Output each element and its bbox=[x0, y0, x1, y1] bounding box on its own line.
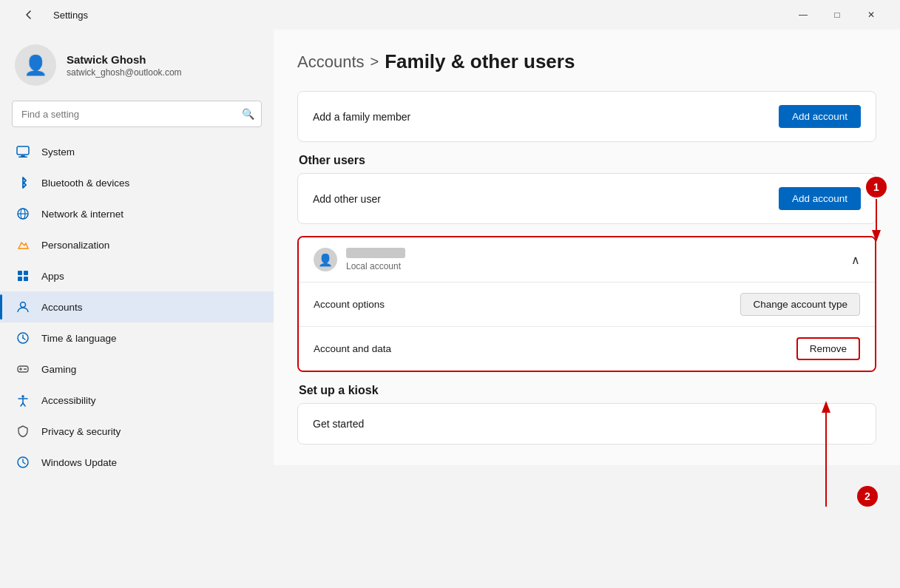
account-options-row: Account options Change account type bbox=[299, 282, 875, 326]
titlebar: Settings — □ ✕ bbox=[0, 0, 900, 30]
windows-update-icon bbox=[15, 454, 31, 470]
window-title: Settings bbox=[53, 10, 88, 21]
svg-line-23 bbox=[23, 403, 25, 406]
sidebar-item-label-system: System bbox=[41, 146, 75, 158]
sidebar-item-personalization[interactable]: Personalization bbox=[0, 229, 274, 260]
local-account-card: 👤 Local account ∧ Account options Change… bbox=[297, 236, 876, 372]
add-other-user-label: Add other user bbox=[313, 193, 381, 205]
sidebar-item-label-accessibility: Accessibility bbox=[41, 395, 96, 406]
sidebar-item-apps[interactable]: Apps bbox=[0, 260, 274, 291]
accessibility-icon bbox=[15, 392, 31, 408]
breadcrumb: Accounts > Family & other users bbox=[297, 50, 876, 73]
search-input[interactable] bbox=[12, 101, 262, 127]
titlebar-left: Settings bbox=[12, 3, 88, 27]
sidebar-item-time[interactable]: Time & language bbox=[0, 322, 274, 354]
privacy-icon bbox=[15, 423, 31, 439]
svg-rect-6 bbox=[18, 271, 22, 275]
app-body: 👤 Satwick Ghosh satwick_ghosh@outlook.co… bbox=[0, 30, 900, 588]
svg-rect-7 bbox=[24, 271, 28, 275]
sidebar-item-bluetooth[interactable]: Bluetooth & devices bbox=[0, 167, 274, 198]
sidebar-search[interactable]: 🔍 bbox=[12, 101, 262, 127]
account-data-label: Account and data bbox=[314, 343, 391, 354]
sidebar-item-label-accounts: Accounts bbox=[41, 302, 83, 313]
sidebar: 👤 Satwick Ghosh satwick_ghosh@outlook.co… bbox=[0, 30, 274, 588]
breadcrumb-parent[interactable]: Accounts bbox=[297, 53, 365, 72]
back-button[interactable] bbox=[12, 3, 46, 27]
titlebar-controls: — □ ✕ bbox=[786, 3, 888, 27]
sidebar-item-privacy[interactable]: Privacy & security bbox=[0, 416, 274, 447]
apps-icon bbox=[15, 268, 31, 284]
sidebar-item-gaming[interactable]: Gaming bbox=[0, 354, 274, 385]
badge-1: 1 bbox=[866, 177, 887, 197]
svg-point-17 bbox=[24, 368, 25, 370]
remove-button[interactable]: Remove bbox=[796, 337, 860, 360]
badge-2: 2 bbox=[857, 486, 878, 507]
local-account-type: Local account bbox=[346, 261, 405, 271]
navigation: System Bluetooth & devices Network & int… bbox=[0, 136, 274, 478]
add-other-user-section: Add other user Add account bbox=[297, 173, 876, 224]
svg-point-18 bbox=[25, 368, 27, 370]
time-icon bbox=[15, 330, 31, 346]
svg-rect-9 bbox=[24, 277, 28, 281]
family-label: Add a family member bbox=[313, 111, 410, 123]
family-row: Add a family member Add account bbox=[298, 92, 876, 141]
sidebar-item-network[interactable]: Network & internet bbox=[0, 198, 274, 229]
svg-point-10 bbox=[21, 303, 26, 308]
breadcrumb-separator: > bbox=[371, 53, 379, 70]
kiosk-get-started: Get started bbox=[313, 418, 364, 430]
sidebar-item-label-gaming: Gaming bbox=[41, 364, 76, 375]
sidebar-item-windows-update[interactable]: Windows Update bbox=[0, 447, 274, 478]
main-content: Accounts > Family & other users Add a fa… bbox=[274, 30, 900, 465]
breadcrumb-current: Family & other users bbox=[385, 50, 575, 73]
personalization-icon bbox=[15, 237, 31, 253]
avatar: 👤 bbox=[15, 44, 56, 86]
sidebar-item-system[interactable]: System bbox=[0, 136, 274, 167]
local-account-header[interactable]: 👤 Local account ∧ bbox=[299, 237, 875, 282]
sidebar-item-label-windows-update: Windows Update bbox=[41, 457, 117, 468]
account-options-label: Account options bbox=[314, 299, 385, 310]
local-account-avatar: 👤 bbox=[314, 248, 337, 271]
profile-info: Satwick Ghosh satwick_ghosh@outlook.com bbox=[67, 53, 182, 78]
family-section: Add a family member Add account bbox=[297, 91, 876, 142]
svg-point-19 bbox=[21, 395, 24, 398]
gaming-icon bbox=[15, 361, 31, 377]
sidebar-item-accessibility[interactable]: Accessibility bbox=[0, 385, 274, 416]
main-content-wrapper: Accounts > Family & other users Add a fa… bbox=[274, 30, 900, 588]
local-account-name-block: Local account bbox=[346, 248, 405, 271]
add-other-user-button[interactable]: Add account bbox=[779, 187, 861, 210]
account-data-row: Account and data Remove bbox=[299, 326, 875, 371]
local-account-header-left: 👤 Local account bbox=[314, 248, 405, 271]
sidebar-profile: 👤 Satwick Ghosh satwick_ghosh@outlook.co… bbox=[0, 30, 274, 98]
local-account-name-bar bbox=[346, 248, 405, 258]
other-users-heading: Other users bbox=[297, 154, 876, 167]
sidebar-item-label-privacy: Privacy & security bbox=[41, 426, 121, 437]
minimize-button[interactable]: — bbox=[786, 3, 820, 27]
sidebar-item-accounts[interactable]: Accounts bbox=[0, 291, 274, 322]
add-family-button[interactable]: Add account bbox=[779, 105, 861, 128]
svg-rect-0 bbox=[17, 146, 29, 155]
kiosk-card: Get started bbox=[297, 403, 876, 445]
change-account-type-button[interactable]: Change account type bbox=[740, 293, 860, 316]
svg-line-13 bbox=[23, 338, 25, 339]
close-button[interactable]: ✕ bbox=[854, 3, 888, 27]
profile-email: satwick_ghosh@outlook.com bbox=[67, 67, 182, 78]
search-icon: 🔍 bbox=[242, 108, 254, 120]
accounts-icon bbox=[15, 299, 31, 315]
maximize-button[interactable]: □ bbox=[820, 3, 854, 27]
bluetooth-icon bbox=[15, 175, 31, 191]
profile-name: Satwick Ghosh bbox=[67, 53, 182, 66]
chevron-up-icon: ∧ bbox=[851, 253, 860, 267]
sidebar-item-label-network: Network & internet bbox=[41, 209, 124, 220]
network-icon bbox=[15, 206, 31, 222]
add-other-user-row: Add other user Add account bbox=[298, 174, 876, 223]
svg-rect-2 bbox=[18, 157, 27, 158]
sidebar-item-label-bluetooth: Bluetooth & devices bbox=[41, 178, 129, 189]
kiosk-row: Get started bbox=[298, 404, 876, 444]
sidebar-item-label-time: Time & language bbox=[41, 333, 117, 344]
svg-rect-8 bbox=[18, 277, 22, 281]
system-icon bbox=[15, 143, 31, 160]
sidebar-item-label-personalization: Personalization bbox=[41, 240, 109, 251]
sidebar-item-label-apps: Apps bbox=[41, 271, 64, 282]
kiosk-heading: Set up a kiosk bbox=[297, 384, 876, 397]
